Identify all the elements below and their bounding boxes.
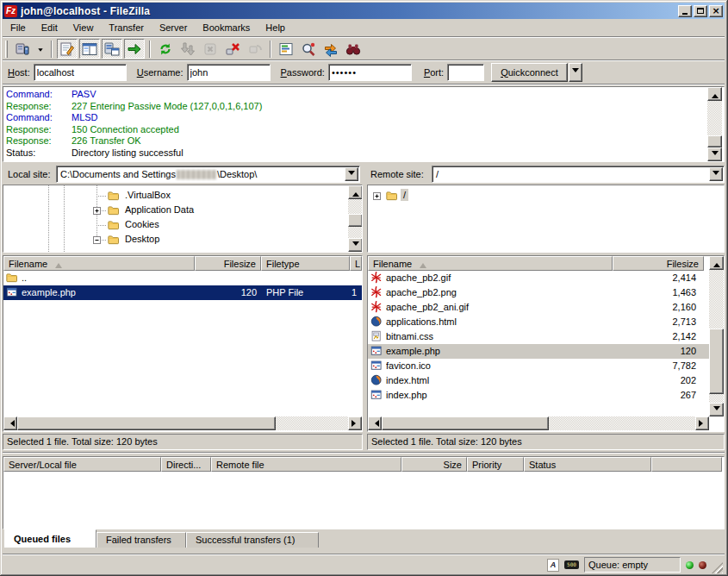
- file-row--[interactable]: ..: [3, 271, 362, 285]
- scroll-up-button[interactable]: [709, 256, 724, 270]
- expand-icon[interactable]: [373, 192, 381, 200]
- scrollbar-thumb[interactable]: [348, 214, 363, 227]
- title-bar[interactable]: Fz john@localhost - FileZilla ×: [3, 3, 725, 19]
- find-files-button[interactable]: [343, 39, 364, 59]
- local-status-text: Selected 1 file. Total size: 120 bytes: [3, 434, 363, 450]
- queue-column-size[interactable]: Size: [401, 457, 467, 472]
- scroll-left-button[interactable]: [3, 416, 17, 430]
- scroll-up-button[interactable]: [348, 185, 363, 199]
- file-row-favicon-ico[interactable]: favicon.ico7,782: [368, 359, 709, 373]
- quickconnect-button[interactable]: Quickconnect: [491, 63, 568, 82]
- transfer-type-icon[interactable]: A: [547, 559, 559, 572]
- toolbar-separator: [51, 41, 53, 58]
- scrollbar-thumb[interactable]: [709, 329, 724, 394]
- process-queue-button[interactable]: [177, 39, 198, 59]
- collapse-icon[interactable]: [93, 236, 101, 244]
- file-row-applications-html[interactable]: applications.html2,713: [368, 315, 709, 329]
- site-manager-dropdown-button[interactable]: [34, 39, 47, 59]
- file-row-example-php[interactable]: example.php120PHP File1: [3, 285, 362, 300]
- reconnect-button[interactable]: [245, 39, 265, 59]
- toggle-local-tree-button[interactable]: [79, 39, 100, 59]
- scroll-up-button[interactable]: [707, 87, 722, 101]
- menu-transfer[interactable]: Transfer: [101, 21, 152, 35]
- disconnect-button[interactable]: [222, 39, 243, 59]
- local-site-combo[interactable]: C:\Documents and Settings\Desktop\: [56, 166, 360, 183]
- menu-bookmarks[interactable]: Bookmarks: [195, 21, 258, 35]
- quickconnect-dropdown-button[interactable]: [569, 63, 582, 82]
- column-header-filename[interactable]: Filename: [3, 256, 195, 271]
- message-log: Command:PASVResponse:227 Entering Passiv…: [3, 86, 725, 162]
- activity-led-red: [699, 561, 706, 569]
- menu-view[interactable]: View: [65, 21, 102, 35]
- resize-grip[interactable]: [712, 562, 723, 573]
- scrollbar-thumb[interactable]: [707, 135, 722, 147]
- message-log-icon: [59, 41, 75, 57]
- expand-icon[interactable]: [93, 207, 101, 215]
- scroll-down-button[interactable]: [709, 403, 724, 416]
- cancel-operation-button[interactable]: [200, 39, 221, 59]
- toggle-message-log-button[interactable]: [57, 39, 78, 59]
- file-row-apache-pb2-ani-gif[interactable]: apache_pb2_ani.gif2,160: [368, 300, 709, 315]
- port-input[interactable]: [447, 64, 484, 81]
- tree-item-root[interactable]: /: [368, 189, 724, 203]
- scrollbar-thumb[interactable]: [17, 416, 276, 430]
- menu-edit[interactable]: Edit: [34, 21, 65, 35]
- file-row-index-php[interactable]: index.php267: [368, 388, 709, 403]
- css-file-icon: [370, 330, 383, 343]
- queue-column-server-local-file[interactable]: Server/Local file: [3, 457, 161, 472]
- local-tree-icon: [82, 41, 97, 57]
- queue-column-spacer[interactable]: [651, 457, 722, 472]
- menu-file[interactable]: File: [3, 21, 34, 35]
- filezilla-app-icon[interactable]: Fz: [4, 5, 17, 17]
- password-input[interactable]: [328, 64, 412, 81]
- close-button[interactable]: ×: [709, 5, 723, 17]
- maximize-button[interactable]: [694, 5, 707, 17]
- synchronized-browsing-button[interactable]: [320, 39, 341, 59]
- tree-item-cookies[interactable]: Cookies: [3, 218, 362, 233]
- column-header-filetype[interactable]: Filetype: [261, 256, 350, 271]
- queue-column-directi-[interactable]: Directi...: [161, 457, 211, 472]
- column-header-l[interactable]: L: [350, 256, 362, 271]
- menu-server[interactable]: Server: [152, 21, 195, 35]
- username-input[interactable]: [187, 64, 271, 81]
- scroll-down-button[interactable]: [707, 147, 722, 161]
- remote-site-dropdown-button[interactable]: [709, 167, 723, 181]
- column-header-filename[interactable]: Filename: [368, 256, 613, 271]
- refresh-button[interactable]: [155, 39, 176, 59]
- toolbar-grip[interactable]: [5, 41, 8, 58]
- host-input[interactable]: [34, 64, 127, 81]
- menu-help[interactable]: Help: [258, 21, 293, 35]
- tree-item--virtualbox[interactable]: .VirtualBox: [3, 189, 362, 203]
- filter-button[interactable]: [276, 39, 296, 59]
- maximize-icon: [697, 8, 704, 14]
- file-row-index-html[interactable]: index.html202: [368, 373, 709, 388]
- site-manager-button[interactable]: [12, 39, 33, 59]
- tab-failed-transfers[interactable]: Failed transfers: [96, 532, 186, 548]
- column-header-filesize[interactable]: Filesize: [195, 256, 261, 271]
- scrollbar-thumb[interactable]: [382, 416, 549, 430]
- tab-queued-files[interactable]: Queued files: [4, 529, 96, 548]
- scroll-down-button[interactable]: [348, 238, 363, 252]
- remote-file-list: FilenameFilesizeapache_pb2.gif2,414apach…: [367, 255, 725, 432]
- queue-column-status[interactable]: Status: [524, 457, 651, 472]
- queue-column-remote-file[interactable]: Remote file: [211, 457, 401, 472]
- scroll-right-button[interactable]: [348, 416, 362, 430]
- tree-item-application-data[interactable]: Application Data: [3, 203, 362, 218]
- tab-successful-transfers-1-[interactable]: Successful transfers (1): [186, 532, 319, 548]
- speed-limit-icon[interactable]: 500: [564, 560, 579, 569]
- file-row-apache-pb2-png[interactable]: apache_pb2.png1,463: [368, 285, 709, 300]
- tree-item-desktop[interactable]: Desktop: [3, 233, 362, 247]
- column-header-filesize[interactable]: Filesize: [613, 256, 704, 271]
- toggle-transfer-queue-button[interactable]: [124, 39, 145, 59]
- file-row-apache-pb2-gif[interactable]: apache_pb2.gif2,414: [368, 271, 709, 285]
- toggle-remote-tree-button[interactable]: [102, 39, 122, 59]
- file-row-bitnami-css[interactable]: bitnami.css2,142: [368, 329, 709, 344]
- local-site-dropdown-button[interactable]: [345, 167, 358, 181]
- minimize-button[interactable]: [678, 5, 692, 17]
- directory-comparison-button[interactable]: [298, 39, 319, 59]
- remote-site-combo[interactable]: /: [432, 166, 725, 183]
- queue-column-priority[interactable]: Priority: [467, 457, 524, 472]
- file-row-example-php[interactable]: example.php120: [368, 344, 709, 359]
- scroll-left-button[interactable]: [368, 416, 382, 430]
- scroll-right-button[interactable]: [695, 416, 709, 430]
